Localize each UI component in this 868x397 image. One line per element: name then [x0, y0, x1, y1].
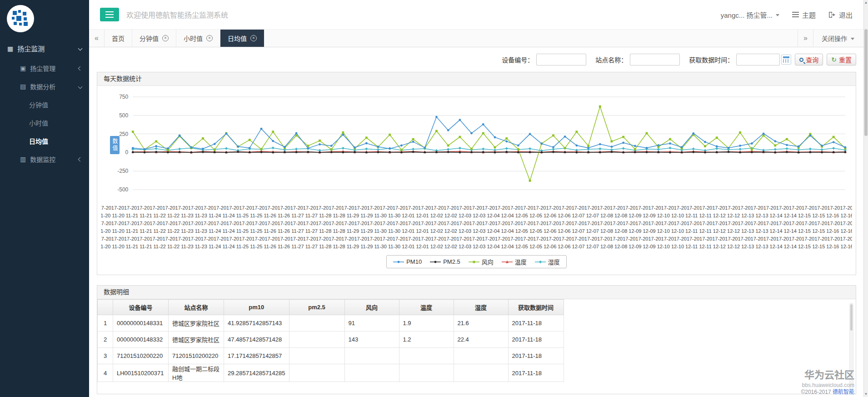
scroll-up-arrow[interactable]: ▲	[864, 0, 868, 5]
tab-hour-value[interactable]: 小时值	[176, 30, 220, 47]
logout-label: 退出	[839, 10, 853, 20]
legend-item-pm25[interactable]: PM2.5	[430, 258, 460, 265]
sidebar-item-minute-value[interactable]: 分钟值	[0, 95, 89, 114]
table-header-cell: 设备编号	[113, 300, 169, 315]
y-axis-title: 数值	[110, 136, 120, 154]
sidebar-item-data-analysis[interactable]: ▤ 数据分析	[0, 77, 89, 95]
legend-item-humidity[interactable]: 湿度	[535, 257, 560, 266]
table-row[interactable]: 2 00000000148332 德城区罗家院社区 47.48571428571…	[98, 332, 564, 348]
chevron-left-icon	[78, 157, 83, 161]
close-icon[interactable]	[206, 35, 213, 41]
table-header-cell	[98, 300, 113, 315]
table-cell: 71201510200220	[113, 348, 169, 364]
row-index: 1	[98, 315, 113, 332]
user-menu[interactable]: yangc... 扬尘管...	[721, 10, 779, 20]
legend-label: PM10	[406, 258, 422, 265]
sidebar-item-hour-value[interactable]: 小时值	[0, 114, 89, 132]
query-label: 查询	[806, 55, 818, 64]
sidebar-item-dust-management[interactable]: ▣ 扬尘管理	[0, 59, 89, 77]
svg-text:500: 500	[119, 112, 128, 119]
table-cell: 71201510200220	[169, 348, 224, 364]
refresh-icon: ↻	[831, 56, 837, 63]
calendar-icon[interactable]	[781, 55, 791, 65]
table-cell: 1.9	[399, 315, 454, 332]
table-header-row: 设备编号 站点名称 pm10 pm2.5 风向 温度 湿度 获取数据时间	[98, 300, 564, 315]
legend-marker	[393, 260, 404, 264]
reset-button[interactable]: ↻ 重置	[827, 54, 856, 65]
scrollbar-thumb[interactable]	[850, 304, 853, 331]
theme-button[interactable]: 主题	[792, 10, 816, 20]
device-number-input[interactable]	[536, 54, 586, 65]
table-cell: 2017-11-18	[508, 348, 564, 364]
tab-minute-value[interactable]: 分钟值	[132, 30, 176, 47]
topbar-right: yangc... 扬尘管... 主题 退出	[721, 10, 853, 20]
scrollbar-thumb[interactable]	[864, 29, 868, 136]
legend-label: 湿度	[548, 257, 560, 266]
chart-legend: PM10 PM2.5 风向 温度 湿度	[386, 255, 567, 268]
panel-title: 数据明细	[97, 286, 856, 299]
table-cell	[454, 364, 508, 382]
table-scrollbar[interactable]	[849, 303, 853, 390]
legend-item-wind[interactable]: 风向	[469, 257, 494, 266]
tab-home[interactable]: 首页	[105, 30, 132, 47]
table-header-cell: 温度	[399, 300, 454, 315]
legend-item-pm10[interactable]: PM10	[393, 258, 422, 265]
station-name-input[interactable]	[630, 54, 680, 65]
tabbar-right: » 关闭操作	[798, 30, 856, 47]
sidebar-item-daily-average[interactable]: 日均值	[0, 132, 89, 150]
table-row[interactable]: 4 LH001510200371 融创城一期二标段H地 29.285714285…	[98, 364, 564, 382]
content-area: 设备编号： 站点名称： 获取数据时间： 查询 ↻ 重置 每天数据统计	[89, 47, 868, 397]
table-cell: 91	[344, 315, 399, 332]
sidebar-item-data-monitoring[interactable]: ▥ 数据监控	[0, 150, 89, 168]
legend-item-temperature[interactable]: 温度	[502, 257, 527, 266]
daily-stats-panel: 每天数据统计 数值 7505002500-250-500 2017-2017-2…	[97, 72, 856, 275]
tabs-scroll-left-button[interactable]: «	[89, 30, 105, 47]
table-cell: 17.17142857142857	[224, 348, 289, 364]
close-icon[interactable]	[250, 35, 257, 41]
legend-label: PM2.5	[443, 258, 460, 265]
logo-icon	[6, 5, 35, 33]
table-row[interactable]: 1 00000000148331 德城区罗家院社区 41.92857142857…	[98, 315, 564, 332]
svg-text:0: 0	[125, 149, 129, 156]
table-cell	[289, 364, 344, 382]
tab-label: 小时值	[184, 34, 203, 43]
close-icon[interactable]	[162, 35, 169, 41]
theme-label: 主题	[802, 10, 816, 20]
tab-label: 首页	[112, 34, 125, 43]
app-logo[interactable]	[0, 0, 89, 38]
tab-daily-average[interactable]: 日均值	[220, 30, 264, 47]
panel-icon: ▣	[20, 65, 26, 71]
legend-label: 风向	[482, 257, 494, 266]
page-scrollbar[interactable]: ▲ ▼	[863, 0, 868, 397]
sidebar-item-dust-monitoring[interactable]: ▦ 扬尘监测	[0, 38, 89, 59]
table-header-cell: 湿度	[454, 300, 508, 315]
data-detail-panel: 数据明细 设备编号 站点名称 pm10 pm2.5 风向 温度	[97, 285, 856, 394]
sidebar-item-label: 小时值	[29, 118, 48, 127]
grid-icon: ▦	[7, 45, 13, 52]
table-cell: LH001510200371	[113, 364, 169, 382]
table-row[interactable]: 3 71201510200220 71201510200220 17.17142…	[98, 348, 564, 364]
data-time-input[interactable]	[736, 54, 780, 65]
table-cell	[454, 348, 508, 364]
table-cell: 德城区罗家院社区	[169, 332, 224, 348]
table-header-cell: pm10	[224, 300, 289, 315]
logout-button[interactable]: 退出	[828, 10, 853, 20]
table-cell	[344, 364, 399, 382]
line-chart[interactable]: 7505002500-250-500	[101, 89, 852, 203]
topbar: 欢迎使用德航智能扬尘监测系统 yangc... 扬尘管... 主题 退出	[89, 0, 868, 29]
tabs-scroll-right-button[interactable]: »	[798, 30, 813, 47]
row-index: 3	[98, 348, 113, 364]
chart-icon: ▤	[20, 83, 26, 90]
table-header-cell: 站点名称	[169, 300, 224, 315]
sidebar-item-label: 日均值	[29, 136, 48, 146]
close-operations-label: 关闭操作	[822, 34, 847, 43]
sidebar-toggle-button[interactable]	[100, 8, 119, 21]
sidebar-nav: ▦ 扬尘监测 ▣ 扬尘管理 ▤ 数据分析 分钟值 小时值 日均值	[0, 38, 89, 168]
scroll-down-arrow[interactable]: ▼	[864, 392, 868, 397]
search-icon	[799, 58, 803, 62]
table-cell	[289, 315, 344, 332]
query-button[interactable]: 查询	[795, 54, 823, 65]
chevron-left-icon	[78, 66, 83, 70]
close-operations-menu[interactable]: 关闭操作	[813, 30, 856, 47]
x-axis-labels: 2017-2017-2017-2017-2017-2017-2017-2017-…	[101, 204, 852, 251]
